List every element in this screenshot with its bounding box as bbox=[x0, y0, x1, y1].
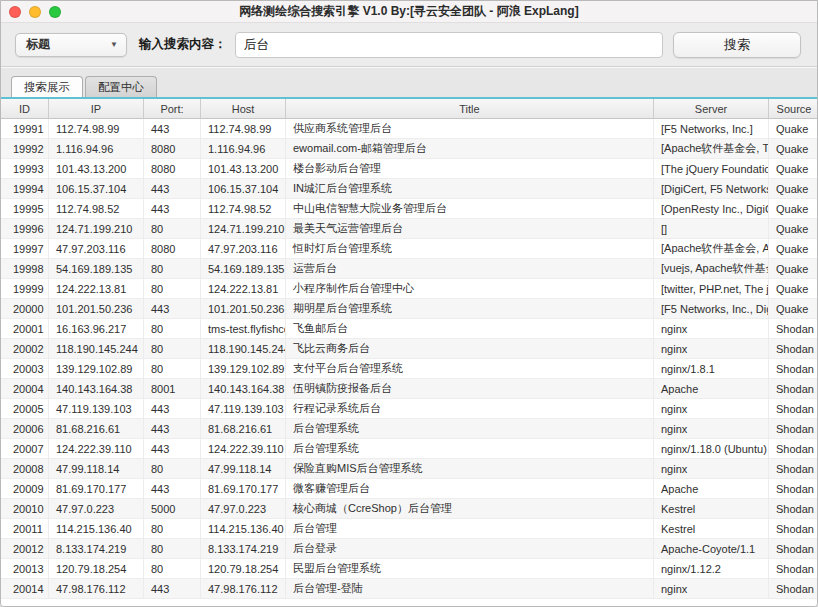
column-header-source[interactable]: Source bbox=[769, 99, 817, 119]
table-row[interactable]: 20003139.129.102.8980139.129.102.89支付平台后… bbox=[1, 359, 817, 379]
cell-port: 80 bbox=[144, 279, 201, 299]
cell-title: 最美天气运营管理后台 bbox=[286, 219, 654, 239]
cell-source: Quake bbox=[769, 239, 817, 259]
title-bar: 网络测绘综合搜索引擎 V1.0 By:[寻云安全团队 - 阿浪 ExpLang] bbox=[1, 1, 817, 23]
search-button[interactable]: 搜索 bbox=[673, 32, 801, 58]
table-row[interactable]: 1999854.169.189.1358054.169.189.135运营后台[… bbox=[1, 259, 817, 279]
table-row[interactable]: 20007124.222.39.110443124.222.39.110后台管理… bbox=[1, 439, 817, 459]
cell-ip: 140.143.164.38 bbox=[49, 379, 144, 399]
cell-source: Shodan bbox=[769, 359, 817, 379]
tab-config-center[interactable]: 配置中心 bbox=[85, 76, 157, 97]
column-header-ip[interactable]: IP bbox=[49, 99, 144, 119]
table-row[interactable]: 2000981.69.170.17744381.69.170.177微客赚管理后… bbox=[1, 479, 817, 499]
cell-server: Kestrel bbox=[654, 519, 769, 539]
cell-host: 124.71.199.210 bbox=[201, 219, 286, 239]
column-header-port[interactable]: Port: bbox=[144, 99, 201, 119]
cell-server: nginx bbox=[654, 319, 769, 339]
zoom-button-icon[interactable] bbox=[49, 6, 61, 18]
cell-title: 后台管理系统 bbox=[286, 419, 654, 439]
results-table: ID IP Port: Host Title Server Source 199… bbox=[1, 99, 817, 599]
cell-ip: 16.163.96.217 bbox=[49, 319, 144, 339]
cell-port: 80 bbox=[144, 359, 201, 379]
cell-port: 5000 bbox=[144, 499, 201, 519]
results-table-container: ID IP Port: Host Title Server Source 199… bbox=[1, 97, 817, 607]
table-row[interactable]: 19996124.71.199.21080124.71.199.210最美天气运… bbox=[1, 219, 817, 239]
table-row[interactable]: 200128.133.174.219808.133.174.219后台登录Apa… bbox=[1, 539, 817, 559]
table-row[interactable]: 20004140.143.164.388001140.143.164.38伍明镇… bbox=[1, 379, 817, 399]
cell-source: Quake bbox=[769, 199, 817, 219]
column-header-id[interactable]: ID bbox=[1, 99, 49, 119]
table-row[interactable]: 2000847.99.118.148047.99.118.14保险直购MIS后台… bbox=[1, 459, 817, 479]
table-row[interactable]: 20000101.201.50.236443101.201.50.236期明星后… bbox=[1, 299, 817, 319]
cell-ip: 47.97.203.116 bbox=[49, 239, 144, 259]
cell-ip: 101.43.13.200 bbox=[49, 159, 144, 179]
table-row[interactable]: 2000547.119.139.10344347.119.139.103行程记录… bbox=[1, 399, 817, 419]
cell-source: Quake bbox=[769, 179, 817, 199]
cell-title: 小程序制作后台管理中心 bbox=[286, 279, 654, 299]
cell-server: [twitter, PHP.net, The jQuery F… bbox=[654, 279, 769, 299]
cell-source: Shodan bbox=[769, 319, 817, 339]
table-row[interactable]: 19993101.43.13.2008080101.43.13.200楼台影动后… bbox=[1, 159, 817, 179]
table-row[interactable]: 20011114.215.136.4080114.215.136.40后台管理K… bbox=[1, 519, 817, 539]
cell-host: 120.79.18.254 bbox=[201, 559, 286, 579]
column-header-server[interactable]: Server bbox=[654, 99, 769, 119]
search-field-dropdown[interactable]: 标题 ▼ bbox=[15, 33, 127, 57]
cell-server: nginx/1.8.1 bbox=[654, 359, 769, 379]
tab-search-display[interactable]: 搜索展示 bbox=[11, 76, 83, 97]
column-header-title[interactable]: Title bbox=[286, 99, 654, 119]
cell-source: Shodan bbox=[769, 419, 817, 439]
table-row[interactable]: 19991112.74.98.99443112.74.98.99供应商系统管理后… bbox=[1, 119, 817, 139]
cell-port: 8001 bbox=[144, 379, 201, 399]
cell-source: Shodan bbox=[769, 399, 817, 419]
search-toolbar: 标题 ▼ 输入搜索内容： 搜索 bbox=[1, 23, 817, 67]
cell-title: 保险直购MIS后台管理系统 bbox=[286, 459, 654, 479]
cell-id: 20011 bbox=[1, 519, 49, 539]
cell-id: 20005 bbox=[1, 399, 49, 419]
column-header-host[interactable]: Host bbox=[201, 99, 286, 119]
table-row[interactable]: 199921.116.94.9680801.116.94.96ewomail.c… bbox=[1, 139, 817, 159]
table-row[interactable]: 2000681.68.216.6144381.68.216.61后台管理系统ng… bbox=[1, 419, 817, 439]
cell-title: 微客赚管理后台 bbox=[286, 479, 654, 499]
cell-id: 19999 bbox=[1, 279, 49, 299]
cell-server: Apache bbox=[654, 479, 769, 499]
cell-title: 伍明镇防疫报备后台 bbox=[286, 379, 654, 399]
cell-id: 20008 bbox=[1, 459, 49, 479]
cell-title: ewomail.com-邮箱管理后台 bbox=[286, 139, 654, 159]
cell-ip: 106.15.37.104 bbox=[49, 179, 144, 199]
table-header-row: ID IP Port: Host Title Server Source bbox=[1, 99, 817, 119]
tab-strip: 搜索展示 配置中心 bbox=[1, 67, 817, 97]
table-row[interactable]: 2001447.98.176.11244347.98.176.112后台管理-登… bbox=[1, 579, 817, 599]
table-row[interactable]: 1999747.97.203.116808047.97.203.116恒时灯后台… bbox=[1, 239, 817, 259]
cell-title: 后台管理-登陆 bbox=[286, 579, 654, 599]
minimize-button-icon[interactable] bbox=[29, 6, 41, 18]
table-row[interactable]: 19995112.74.98.52443112.74.98.52中山电信智慧大院… bbox=[1, 199, 817, 219]
cell-id: 20012 bbox=[1, 539, 49, 559]
cell-server: [F5 Networks, Inc., DigiCert] bbox=[654, 299, 769, 319]
cell-ip: 81.68.216.61 bbox=[49, 419, 144, 439]
cell-ip: 114.215.136.40 bbox=[49, 519, 144, 539]
cell-port: 8080 bbox=[144, 239, 201, 259]
cell-host: 101.201.50.236 bbox=[201, 299, 286, 319]
table-row[interactable]: 19999124.222.13.8180124.222.13.81小程序制作后台… bbox=[1, 279, 817, 299]
cell-host: 112.74.98.52 bbox=[201, 199, 286, 219]
table-row[interactable]: 19994106.15.37.104443106.15.37.104IN城汇后台… bbox=[1, 179, 817, 199]
cell-port: 8080 bbox=[144, 139, 201, 159]
table-row[interactable]: 2000116.163.96.21780tms-test.flyfishco…飞… bbox=[1, 319, 817, 339]
close-button-icon[interactable] bbox=[9, 6, 21, 18]
cell-title: 行程记录系统后台 bbox=[286, 399, 654, 419]
table-row[interactable]: 20013120.79.18.25480120.79.18.254民盟后台管理系… bbox=[1, 559, 817, 579]
cell-server: [vuejs, Apache软件基金会, F5… bbox=[654, 259, 769, 279]
app-window: 网络测绘综合搜索引擎 V1.0 By:[寻云安全团队 - 阿浪 ExpLang]… bbox=[0, 0, 818, 607]
traffic-lights bbox=[9, 6, 61, 18]
cell-server: nginx/1.12.2 bbox=[654, 559, 769, 579]
cell-source: Shodan bbox=[769, 339, 817, 359]
search-input[interactable] bbox=[235, 32, 664, 58]
cell-server: Kestrel bbox=[654, 499, 769, 519]
cell-host: 47.99.118.14 bbox=[201, 459, 286, 479]
table-row[interactable]: 20002118.190.145.24480118.190.145.244飞比云… bbox=[1, 339, 817, 359]
table-row[interactable]: 2001047.97.0.223500047.97.0.223核心商城（Ccre… bbox=[1, 499, 817, 519]
cell-title: 运营后台 bbox=[286, 259, 654, 279]
cell-port: 443 bbox=[144, 579, 201, 599]
cell-server: nginx/1.18.0 (Ubuntu) bbox=[654, 439, 769, 459]
chevron-down-icon: ▼ bbox=[110, 41, 118, 49]
